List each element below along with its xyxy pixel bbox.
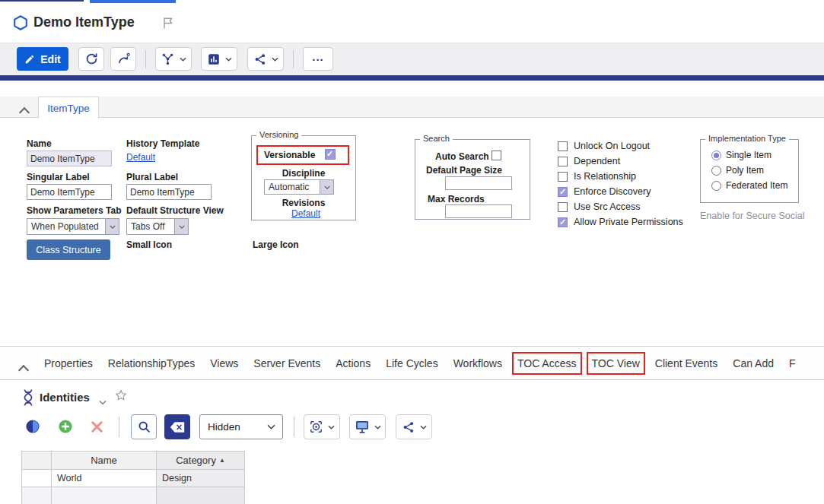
versionable-label: Versionable: [264, 150, 315, 160]
relationship-tab-relationshiptypes[interactable]: RelationshipTypes: [108, 357, 195, 369]
plural-label-field[interactable]: [126, 184, 212, 200]
versioning-groupbox: Versioning Versionable Discipline Automa…: [251, 135, 356, 220]
show-parameters-tab-value: When Populated: [27, 219, 105, 234]
tab-itemtype[interactable]: ItemType: [38, 97, 99, 119]
share-menu-button-grid[interactable]: [396, 414, 432, 439]
allow-private-permissions-checkbox[interactable]: [558, 217, 568, 227]
chevron-up-icon: [19, 107, 30, 118]
auto-search-label: Auto Search: [435, 151, 489, 162]
toolbar-separator: [293, 50, 294, 68]
unlock-on-logout-checkbox[interactable]: [558, 141, 568, 151]
column-header-blank[interactable]: [22, 452, 52, 470]
search-groupbox: Search Auto Search Default Page Size Max…: [415, 139, 530, 220]
bar-chart-icon: [207, 52, 221, 66]
structure-icon: [161, 52, 175, 66]
delete-icon[interactable]: [90, 420, 104, 434]
relationship-tab-workflows[interactable]: Workflows: [453, 357, 502, 369]
pencil-icon: [24, 54, 35, 65]
history-template-link[interactable]: Default: [126, 152, 155, 163]
poly-item-label: Poly Item: [726, 165, 764, 176]
chevron-down-icon: [420, 425, 427, 430]
toolbar-separator: [119, 417, 119, 437]
relationship-tab-life-cycles[interactable]: Life Cycles: [386, 357, 437, 369]
relationship-tab-toc-access[interactable]: TOC Access: [517, 357, 577, 369]
itemtype-logo-icon: [12, 14, 29, 31]
search-legend: Search: [420, 134, 453, 143]
default-structure-view-select[interactable]: Tabs Off: [126, 218, 189, 235]
relationship-tab-client-events[interactable]: Client Events: [655, 357, 717, 369]
add-existing-icon[interactable]: [58, 419, 73, 434]
collapse-relationships-panel[interactable]: [20, 363, 27, 377]
row-selector-cell[interactable]: [22, 470, 52, 487]
table-row[interactable]: World Design: [22, 470, 244, 487]
refresh-icon: [84, 52, 99, 66]
dependent-checkbox[interactable]: [558, 157, 568, 166]
name-label: Name: [27, 138, 52, 149]
versionable-checkbox[interactable]: [325, 149, 336, 160]
more-button[interactable]: ...: [303, 47, 333, 71]
cell-category-value: Design: [162, 473, 192, 483]
poly-item-radio[interactable]: [711, 166, 721, 176]
class-structure-button[interactable]: Class Structure: [27, 239, 110, 260]
active-tab-indicator: [90, 0, 176, 3]
table-row-empty: [22, 487, 244, 504]
relationship-tab-clipped[interactable]: F: [789, 357, 796, 369]
flag-icon[interactable]: [161, 15, 176, 30]
table-header-row: Name Category ▲: [22, 452, 244, 470]
revisions-link[interactable]: Default: [291, 208, 320, 219]
relationship-tab-toc-view[interactable]: TOC View: [592, 357, 640, 369]
form-tab-strip: [0, 97, 824, 118]
dependent-label: Dependent: [574, 156, 620, 166]
restore-button[interactable]: [110, 47, 136, 71]
auto-search-checkbox[interactable]: [492, 151, 501, 160]
collapse-form-panel[interactable]: [21, 106, 28, 119]
federated-item-radio[interactable]: [711, 181, 721, 191]
target-icon: [309, 420, 323, 434]
allow-private-permissions-label: Allow Private Permissions: [574, 217, 683, 227]
federated-item-label: Federated Item: [726, 180, 787, 191]
target-menu-button[interactable]: [304, 414, 340, 439]
refresh-button[interactable]: [78, 47, 104, 71]
is-relationship-checkbox[interactable]: [558, 172, 568, 182]
structure-menu-button[interactable]: [155, 47, 192, 71]
identities-table: Name Category ▲ World Design: [21, 451, 245, 504]
singular-label-field[interactable]: [27, 184, 112, 200]
enforce-discovery-checkbox[interactable]: [558, 187, 568, 197]
single-item-radio[interactable]: [711, 151, 721, 160]
relationship-tab-can-add[interactable]: Can Add: [733, 357, 774, 369]
enforce-discovery-label: Enforce Discovery: [574, 186, 651, 197]
use-src-access-checkbox[interactable]: [558, 202, 568, 212]
discipline-select[interactable]: Automatic: [264, 179, 334, 195]
column-header-category-label: Category: [176, 455, 216, 466]
identities-dropdown-chevron[interactable]: [99, 395, 107, 408]
navy-divider: [0, 75, 824, 81]
share-menu-button[interactable]: [247, 47, 284, 71]
cell-category[interactable]: Design: [157, 470, 244, 487]
hidden-filter-value: Hidden: [208, 421, 240, 433]
column-header-category[interactable]: Category ▲: [157, 452, 244, 470]
show-parameters-tab-select[interactable]: When Populated: [27, 218, 119, 235]
hidden-filter-select[interactable]: Hidden: [199, 414, 283, 439]
column-header-name[interactable]: Name: [52, 452, 157, 470]
edit-button[interactable]: Edit: [17, 47, 68, 71]
default-page-size-field[interactable]: [445, 176, 512, 190]
display-menu-button[interactable]: [349, 414, 386, 439]
is-relationship-label: Is Relationship: [574, 171, 636, 182]
relationship-tab-properties[interactable]: Properties: [44, 357, 93, 369]
relationship-tab-actions[interactable]: Actions: [336, 357, 371, 369]
name-field[interactable]: [27, 151, 112, 166]
search-button[interactable]: [131, 414, 157, 439]
chevron-down-icon: [272, 57, 278, 62]
share-icon: [253, 52, 267, 66]
cell-name[interactable]: World: [52, 470, 157, 487]
single-item-label: Single Item: [726, 150, 772, 160]
relationship-tab-views[interactable]: Views: [210, 357, 238, 369]
favorite-star-icon[interactable]: [114, 388, 128, 402]
max-records-field[interactable]: [445, 204, 512, 218]
new-item-icon[interactable]: [25, 419, 40, 434]
cell-category: [157, 487, 244, 504]
clear-search-button[interactable]: [164, 414, 190, 439]
reports-menu-button[interactable]: [201, 47, 237, 71]
chevron-up-icon: [18, 365, 29, 376]
relationship-tab-server-events[interactable]: Server Events: [253, 357, 320, 369]
